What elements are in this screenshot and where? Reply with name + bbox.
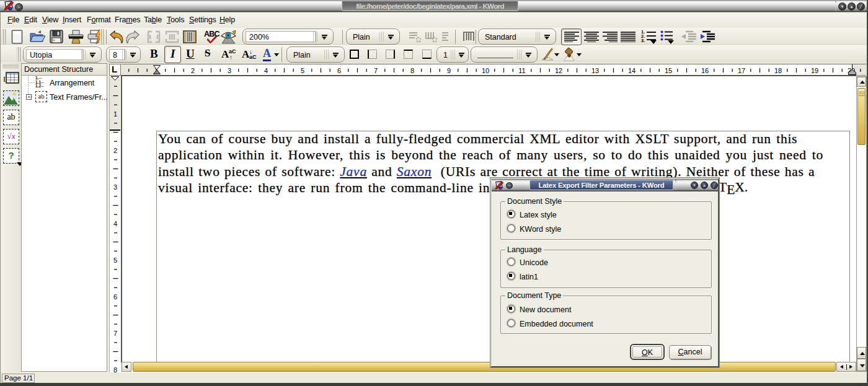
svg-text:5: 5 (113, 257, 117, 264)
svg-text:8: 8 (410, 67, 414, 74)
svg-text:8: 8 (113, 366, 117, 372)
svg-text:13: 13 (591, 67, 599, 74)
svg-text:9: 9 (447, 67, 451, 74)
svg-text:4: 4 (113, 220, 117, 227)
svg-text:11: 11 (518, 67, 525, 74)
svg-text:6: 6 (337, 67, 341, 74)
svg-text:15: 15 (665, 67, 672, 74)
svg-text:12: 12 (555, 67, 562, 74)
svg-text:6: 6 (113, 293, 117, 300)
svg-text:19: 19 (811, 67, 818, 74)
svg-text:I: I (3, 75, 6, 84)
svg-text:3: 3 (113, 183, 117, 191)
svg-text:18: 18 (774, 67, 782, 74)
svg-text:3: 3 (228, 67, 231, 74)
svg-text:17: 17 (738, 67, 745, 74)
svg-text:5: 5 (301, 67, 304, 74)
svg-text:7: 7 (113, 330, 117, 337)
svg-text:4: 4 (264, 67, 268, 74)
svg-text:10: 10 (482, 67, 489, 74)
svg-text:14: 14 (628, 67, 636, 74)
svg-text:7: 7 (374, 67, 378, 74)
svg-text:1: 1 (113, 110, 117, 118)
svg-text:2: 2 (113, 147, 117, 154)
svg-text:2: 2 (191, 67, 195, 74)
svg-text:16: 16 (701, 67, 709, 74)
